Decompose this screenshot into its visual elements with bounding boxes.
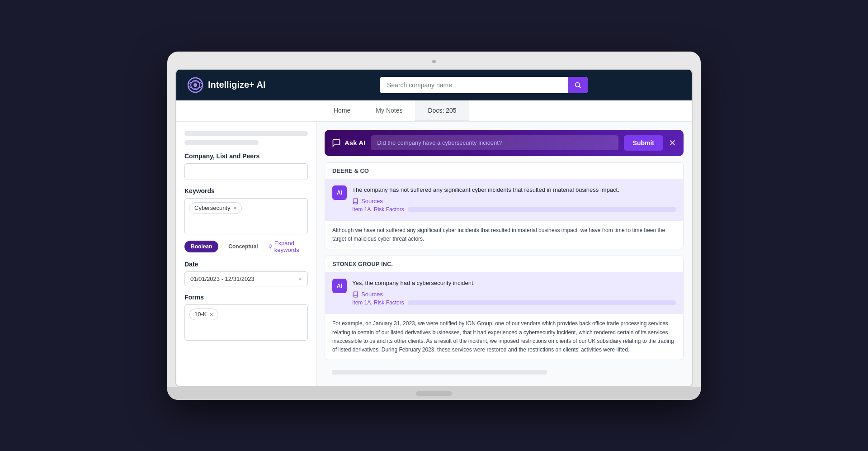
source-skeleton-stonex bbox=[408, 300, 676, 305]
tabs-bar: Home My Notes Docs: 205 bbox=[176, 100, 692, 122]
expand-keywords-label: Expand keywords bbox=[274, 240, 308, 253]
bulb-icon bbox=[268, 243, 273, 250]
keyword-tag-cybersecurity: Cybersecurity × bbox=[189, 202, 242, 214]
expand-keywords-button[interactable]: Expand keywords bbox=[268, 240, 308, 253]
company-name-deere: DEERE & CO bbox=[325, 163, 683, 179]
skeleton-line-1 bbox=[184, 131, 308, 136]
svg-line-5 bbox=[579, 86, 581, 88]
bottom-skeleton bbox=[332, 370, 547, 375]
form-tag-10k: 10-K × bbox=[189, 309, 218, 320]
date-range-value: 01/01/2023 - 12/31/2023 bbox=[190, 275, 255, 282]
laptop-notch bbox=[416, 391, 452, 396]
book-icon-deere bbox=[352, 198, 359, 204]
logo-area: Intelligize+ AI bbox=[187, 77, 287, 93]
search-bar bbox=[380, 77, 588, 93]
result-card-deere: DEERE & CO AI The company has not suffer… bbox=[325, 162, 684, 249]
sources-link-stonex[interactable]: Sources bbox=[361, 291, 383, 298]
source-item-row-stonex: Item 1A. Risk Factors bbox=[352, 299, 676, 306]
form-tag-label: 10-K bbox=[194, 311, 207, 318]
search-container bbox=[287, 77, 681, 93]
ai-content-deere: The company has not suffered any signifi… bbox=[352, 185, 676, 215]
logo-icon bbox=[187, 77, 203, 93]
ask-ai-title: Ask AI bbox=[344, 139, 365, 147]
ask-ai-input[interactable] bbox=[371, 135, 618, 150]
submit-button[interactable]: Submit bbox=[624, 135, 663, 151]
tab-my-notes[interactable]: My Notes bbox=[363, 100, 415, 121]
sidebar-keywords-title: Keywords bbox=[184, 187, 308, 195]
ask-ai-bar: Ask AI Submit ✕ bbox=[325, 130, 684, 156]
ask-ai-label: Ask AI bbox=[332, 138, 365, 147]
ask-ai-close-button[interactable]: ✕ bbox=[669, 138, 676, 147]
search-icon bbox=[574, 81, 581, 89]
ai-response-stonex: AI Yes, the company had a cybersecurity … bbox=[325, 272, 683, 314]
source-skeleton-deere bbox=[408, 207, 676, 212]
book-icon-stonex bbox=[352, 291, 359, 298]
sources-row-stonex: Sources bbox=[352, 291, 676, 298]
svg-point-2 bbox=[193, 83, 197, 87]
main-layout: Company, List and Peers Keywords Cyberse… bbox=[176, 122, 692, 386]
company-input[interactable] bbox=[184, 163, 308, 180]
source-label-deere: Item 1A. Risk Factors bbox=[352, 206, 404, 213]
skeleton-line-2 bbox=[184, 140, 259, 145]
quote-deere: Although we have not suffered any signif… bbox=[325, 221, 683, 249]
conceptual-toggle[interactable]: Conceptual bbox=[222, 241, 264, 252]
sidebar: Company, List and Peers Keywords Cyberse… bbox=[176, 122, 316, 386]
app-header: Intelligize+ AI bbox=[176, 70, 692, 100]
keywords-box: Cybersecurity × bbox=[184, 198, 308, 234]
svg-point-4 bbox=[576, 82, 580, 86]
keyword-label: Cybersecurity bbox=[194, 204, 230, 211]
ai-content-stonex: Yes, the company had a cybersecurity inc… bbox=[352, 279, 676, 308]
content-area: Ask AI Submit ✕ DEERE & CO AI The compan… bbox=[316, 122, 692, 386]
ai-response-deere: AI The company has not suffered any sign… bbox=[325, 179, 683, 221]
source-item-row-deere: Item 1A. Risk Factors bbox=[352, 206, 676, 213]
search-input[interactable] bbox=[380, 77, 568, 93]
sources-link-deere[interactable]: Sources bbox=[361, 198, 383, 204]
sidebar-company-title: Company, List and Peers bbox=[184, 152, 308, 160]
ai-badge-deere: AI bbox=[332, 185, 347, 200]
source-label-stonex: Item 1A. Risk Factors bbox=[352, 299, 404, 306]
date-clear-button[interactable]: × bbox=[298, 275, 302, 282]
sources-row-deere: Sources bbox=[352, 198, 676, 204]
sidebar-forms-title: Forms bbox=[184, 294, 308, 301]
sidebar-date-title: Date bbox=[184, 261, 308, 268]
quote-stonex: For example, on January 31, 2023, we wer… bbox=[325, 314, 683, 360]
boolean-toggle[interactable]: Boolean bbox=[184, 241, 218, 252]
result-card-stonex: STONEX GROUP INC. AI Yes, the company ha… bbox=[325, 256, 684, 360]
laptop-base bbox=[167, 387, 701, 400]
chat-icon bbox=[332, 138, 341, 147]
forms-box: 10-K × bbox=[184, 304, 308, 341]
form-tag-remove-button[interactable]: × bbox=[209, 311, 213, 318]
search-button[interactable] bbox=[568, 77, 588, 93]
ai-answer-stonex: Yes, the company had a cybersecurity inc… bbox=[352, 279, 676, 288]
ai-badge-stonex: AI bbox=[332, 279, 347, 293]
company-name-stonex: STONEX GROUP INC. bbox=[325, 256, 683, 272]
date-range-input[interactable]: 01/01/2023 - 12/31/2023 × bbox=[184, 271, 308, 286]
ai-answer-deere: The company has not suffered any signifi… bbox=[352, 185, 676, 195]
tab-docs[interactable]: Docs: 205 bbox=[415, 100, 469, 121]
app-title: Intelligize+ AI bbox=[208, 80, 266, 90]
keyword-remove-button[interactable]: × bbox=[233, 204, 236, 212]
toggle-row: Boolean Conceptual Expand keywords bbox=[184, 240, 308, 253]
tab-home[interactable]: Home bbox=[321, 100, 363, 121]
